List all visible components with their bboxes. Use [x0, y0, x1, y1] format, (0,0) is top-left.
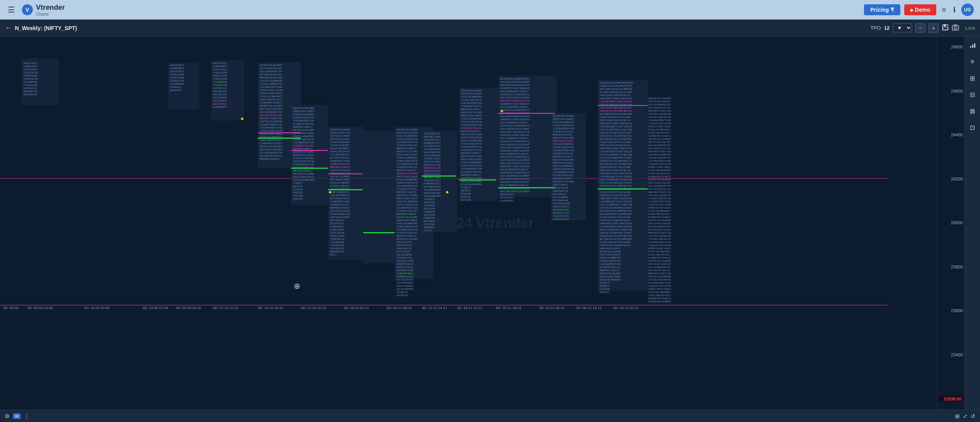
- svg-text:UVWXYZABCDEFGHIJ: UVWXYZABCDEFGHIJ: [260, 139, 282, 141]
- svg-text:PQRSTUVWXYZABCDEFGHIJK: PQRSTUVWXYZABCDEFGHIJK: [600, 194, 631, 197]
- svg-text:5D: 07-10  11-10: 5D: 07-10 11-10: [213, 306, 238, 310]
- svg-text:YZABCDEFGHIJKLMN: YZABCDEFGHIJKLMN: [260, 89, 282, 91]
- menu-icon-button[interactable]: ≡: [940, 4, 948, 16]
- svg-text:TUVWXYZABCDEFGH: TUVWXYZABCDEFGH: [396, 138, 418, 140]
- svg-rect-23: [291, 168, 328, 169]
- price-24200: 24200: [939, 177, 963, 181]
- svg-text:WXYZABCDEFGHIJ: WXYZABCDEFGHIJ: [330, 156, 350, 159]
- svg-text:QRSTUVWXYZABCD: QRSTUVWXYZABCD: [330, 138, 350, 140]
- sidebar-grid-button1[interactable]: ⊞: [966, 72, 979, 84]
- sidebar-chart-type-button[interactable]: [966, 39, 979, 52]
- svg-text:4D: 18-11  22-11: 4D: 18-11 22-11: [457, 306, 482, 310]
- svg-text:MNOPQRST: MNOPQRST: [424, 226, 435, 229]
- svg-text:YZABCDEFGHIJKL: YZABCDEFGHIJKL: [330, 163, 350, 165]
- svg-text:OPQRSTUVWXYZABCD: OPQRSTUVWXYZABCD: [648, 206, 671, 209]
- pricing-button[interactable]: Pricing ₹: [864, 4, 900, 15]
- back-button[interactable]: ←: [5, 24, 12, 32]
- svg-text:IJKLMNOPQRSTUVWX: IJKLMNOPQRSTUVWX: [648, 281, 671, 284]
- svg-rect-25: [363, 232, 394, 233]
- watermark: ©2024 Vtrender: [430, 215, 534, 231]
- svg-text:PQRSTUVWXYZABCD: PQRSTUVWXYZABCD: [461, 180, 482, 182]
- svg-text:MNOPQRSTUVWXYZ: MNOPQRSTUVWXYZ: [396, 191, 416, 193]
- svg-text:EFGHIJKLMNOPQRS: EFGHIJKLMNOPQRS: [553, 165, 574, 167]
- svg-point-6: [954, 26, 957, 29]
- svg-text:TUVWXYZABCDEFGH: TUVWXYZABCDEFGH: [396, 203, 418, 206]
- svg-text:PQRSTUVWXYZABCD: PQRSTUVWXYZABCD: [553, 118, 574, 120]
- svg-point-36: [329, 191, 331, 193]
- svg-text:OPQRSTUVWXYZABCD: OPQRSTUVWXYZABCD: [260, 132, 282, 135]
- settings-button[interactable]: ⚙: [5, 413, 10, 419]
- svg-text:FGHIJKLMNOPQRSTUVWXYZAB: FGHIJKLMNOPQRSTUVWXYZAB: [600, 228, 632, 231]
- svg-text:WXYZABCDEFGHIJKL: WXYZABCDEFGHIJKL: [648, 106, 671, 109]
- svg-text:EFGHIJKLMNOPQRS: EFGHIJKLMNOPQRS: [293, 179, 314, 181]
- expand-button[interactable]: ⤢: [963, 413, 968, 419]
- svg-text:HIJKLMN: HIJKLMN: [293, 188, 303, 191]
- info-button[interactable]: ℹ: [951, 4, 957, 16]
- svg-text:GHIJKLMNOPQRSTUV: GHIJKLMNOPQRSTUV: [260, 151, 282, 154]
- user-avatar-button[interactable]: UG: [961, 4, 974, 16]
- svg-text:UVWXYZABCDEF: UVWXYZABCDEF: [396, 284, 414, 287]
- svg-text:KLMNOPQRSTUVWXYZ: KLMNOPQRSTUVWXYZ: [648, 256, 671, 259]
- svg-text:OPQRSTU: OPQRSTU: [293, 191, 303, 194]
- svg-text:VWXYZABCDEFGHIJKLMNOP: VWXYZABCDEFGHIJKLMNOP: [500, 143, 530, 146]
- svg-text:ABCDEFGHIJKLMNO: ABCDEFGHIJKLMNO: [461, 133, 482, 136]
- svg-text:EFGHIJKLMNOPQRS: EFGHIJKLMNOPQRS: [293, 135, 314, 138]
- svg-text:WXYZABCDEFGH: WXYZABCDEFGH: [424, 145, 441, 147]
- svg-text:TUVWXYZABCDEFGHIJKLMNO: TUVWXYZABCDEFGHIJKLMNO: [600, 116, 631, 118]
- svg-text:IJKLMNOPQRSTUV: IJKLMNOPQRSTUV: [330, 194, 350, 197]
- svg-text:OPQRSTUVWXYZABCD: OPQRSTUVWXYZABCD: [648, 166, 671, 168]
- minus-button[interactable]: −: [915, 23, 925, 33]
- svg-text:TUVWXYZABCDEFGH: TUVWXYZABCDEFGH: [293, 116, 314, 119]
- svg-rect-13: [291, 105, 328, 205]
- svg-text:ABCDEFGHIJKLMNOPQRSTU: ABCDEFGHIJKLMNOPQRSTU: [500, 93, 530, 96]
- sidebar-list-button[interactable]: ≡: [966, 55, 979, 68]
- svg-text:ABCDEFGHIJKLMN: ABCDEFGHIJKLMN: [330, 128, 350, 131]
- svg-text:VWXYZABCDEFGHIJKLMNOP: VWXYZABCDEFGHIJKLMNOP: [500, 80, 530, 83]
- grid-view-button[interactable]: ⊞: [955, 413, 960, 419]
- svg-text:ABCDEFGHIJKLMNO: ABCDEFGHIJKLMNO: [293, 129, 314, 131]
- svg-rect-27: [459, 179, 496, 181]
- svg-text:IJKLMNOPQRSTUVW: IJKLMNOPQRSTUVW: [461, 167, 482, 170]
- svg-text:XYZABCDEFGHIJKL: XYZABCDEFGHIJKL: [396, 188, 418, 190]
- svg-text:UVWXYZABCD: UVWXYZABCD: [330, 228, 345, 231]
- svg-text:STUVWXYZABCDEF: STUVWXYZABCDEF: [330, 144, 350, 147]
- sidebar-grid-button2[interactable]: ⊟: [966, 88, 979, 101]
- svg-text:ABCDEFGHIJKLMNOP: ABCDEFGHIJKLMNOP: [648, 259, 671, 262]
- svg-text:QRSTUVWXYZAB: QRSTUVWXYZAB: [424, 163, 441, 166]
- menu-button[interactable]: ☰: [6, 4, 16, 16]
- svg-text:WXYZABCDEFGHIJKL: WXYZABCDEFGHIJKL: [648, 228, 671, 231]
- save-button[interactable]: [942, 24, 949, 32]
- svg-text:RSTUVWXYZAB: RSTUVWXYZAB: [396, 256, 412, 259]
- refresh-button[interactable]: ↺: [971, 413, 975, 419]
- sidebar-settings-button[interactable]: ⊠: [966, 105, 979, 117]
- svg-text:STUVWXYZABCDEFGH: STUVWXYZABCDEFGH: [648, 116, 671, 118]
- svg-text:ABCDEFGHIJKL: ABCDEFGHIJKL: [553, 208, 570, 211]
- svg-text:QRSTUVWXYZABCDEFGHIJK: QRSTUVWXYZABCDEFGHIJK: [500, 146, 530, 149]
- svg-rect-9: [21, 58, 59, 105]
- svg-text:GHIJKLMNOPQRSTUV: GHIJKLMNOPQRSTUV: [648, 184, 671, 187]
- svg-text:MNOPQRSTUVWXYZ: MNOPQRSTUVWXYZ: [293, 125, 313, 128]
- sidebar-dots-button[interactable]: ⊡: [966, 121, 979, 134]
- svg-text:OPQRSTUVWXYZABCD: OPQRSTUVWXYZABCD: [648, 125, 671, 128]
- demo-button[interactable]: Demo: [904, 4, 937, 15]
- svg-text:TUVWXYZABCDEFGH: TUVWXYZABCDEFGH: [396, 159, 418, 162]
- camera-button[interactable]: [952, 24, 959, 32]
- svg-text:KLMNOPQRSTUVWXYZ: KLMNOPQRSTUVWXYZ: [648, 134, 671, 137]
- svg-text:IJKLMNOPQRST: IJKLMNOPQRST: [424, 188, 441, 191]
- svg-text:TUVWXYZ: TUVWXYZ: [293, 182, 303, 184]
- price-current: 23338.95: [939, 396, 963, 402]
- svg-text:ABCDEFGHIJKLMNO: ABCDEFGHIJKLMNO: [396, 194, 418, 197]
- plus-button[interactable]: +: [928, 23, 939, 33]
- svg-text:ABCDEFGH: ABCDEFGH: [396, 294, 408, 297]
- bottom-toolbar: ⚙ W ⋮ ⊞ ⤢ ↺: [0, 409, 980, 422]
- svg-text:YZABCDEFGH: YZABCDEFGH: [23, 77, 38, 80]
- svg-rect-32: [328, 173, 362, 174]
- svg-text:VWXYZABCDEFGHIJKLMNOP: VWXYZABCDEFGHIJKLMNOP: [500, 127, 530, 130]
- svg-rect-31: [291, 150, 328, 151]
- svg-text:CDEFGHIJKL: CDEFGHIJKL: [330, 247, 345, 250]
- more-options-button[interactable]: ⋮: [24, 413, 29, 419]
- svg-text:FGHIJKLMNOPQRSTUVWXYZAB: FGHIJKLMNOPQRSTUVWXYZAB: [600, 153, 632, 156]
- svg-text:QRSTUVWXYZABCDEFGHIJK: QRSTUVWXYZABCDEFGHIJK: [500, 177, 530, 180]
- svg-text:QRSTUVWXYZABCDEF: QRSTUVWXYZABCDEF: [648, 181, 671, 184]
- tpo-select[interactable]: ▼ 12 6 24: [893, 23, 912, 32]
